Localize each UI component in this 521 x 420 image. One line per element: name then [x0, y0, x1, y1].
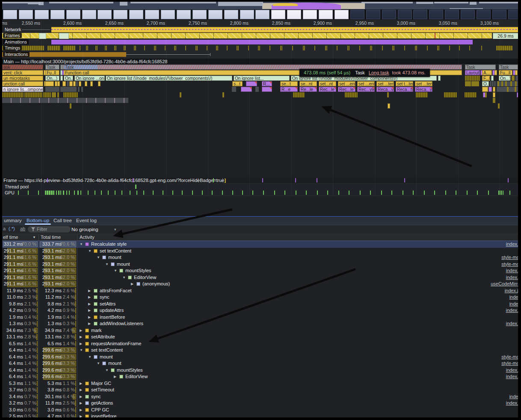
flame-bar[interactable]: [515, 70, 518, 75]
expand-open-icon[interactable]: ▼: [122, 274, 126, 281]
flame-bar[interactable]: R...: [262, 81, 272, 86]
sort-caret-icon[interactable]: ▼: [33, 234, 36, 241]
screenshot-thumbnail[interactable]: [287, 10, 301, 19]
flame-bar[interactable]: n ignore lis...omponents\/): [2, 87, 43, 92]
flame-bar[interactable]: [492, 81, 494, 86]
flame-bar[interactable]: Rec...le: [319, 87, 336, 92]
source-link[interactable]: index.js: [506, 400, 518, 407]
expand-closed-icon[interactable]: ▶: [88, 301, 91, 308]
expand-closed-icon[interactable]: ▶: [80, 394, 82, 400]
source-link[interactable]: style-mod: [501, 360, 518, 367]
track-animations[interactable]: Animations: [2, 39, 518, 45]
flame-bar[interactable]: [493, 87, 495, 92]
main-flame-chart[interactable]: askTaskTaskTaskTaskvent: clickFu..llFunc…: [2, 65, 518, 177]
flame-bar[interactable]: [510, 81, 512, 86]
flame-bar[interactable]: [345, 92, 358, 97]
flame-bar[interactable]: [43, 92, 51, 97]
table-row[interactable]: 291.1 ms61.6 %293.1 ms62.0 %▼mountStyles…: [2, 267, 518, 274]
expand-open-icon[interactable]: ▼: [105, 367, 109, 374]
track-interactions[interactable]: Interactions: [2, 51, 518, 59]
flame-bar[interactable]: [444, 92, 457, 97]
table-row[interactable]: 3.0 ms0.6 %3.0 ms0.6 %▶CPP GC: [2, 407, 518, 414]
flame-bar[interactable]: O...: [482, 81, 489, 86]
column-divider[interactable]: [38, 234, 39, 417]
flame-bar[interactable]: [515, 76, 518, 81]
regex-icon[interactable]: (.*): [9, 226, 15, 231]
flame-bar[interactable]: On ignore list...: [234, 76, 290, 81]
screenshot-thumbnail[interactable]: [445, 10, 459, 19]
screenshot-thumbnail[interactable]: [382, 10, 396, 19]
track-gpu[interactable]: GPU: [2, 190, 518, 196]
flame-bar[interactable]: [45, 81, 54, 86]
flame-bar[interactable]: On...): [499, 76, 511, 81]
expand-closed-icon[interactable]: ▶: [80, 327, 82, 334]
source-link[interactable]: index.js: [506, 274, 518, 281]
source-link[interactable]: index.js: [506, 267, 518, 274]
flame-bar[interactable]: F...l: [482, 76, 490, 81]
tab-event-log[interactable]: Event log: [74, 217, 98, 225]
flame-bar[interactable]: [493, 92, 495, 97]
overview-filmstrip[interactable]: [2, 9, 518, 20]
tooltip-long-task-link[interactable]: Long task: [366, 70, 389, 75]
expand-closed-icon[interactable]: ▶: [80, 341, 82, 347]
flame-bar[interactable]: [387, 92, 389, 97]
screenshot-thumbnail[interactable]: [508, 10, 518, 19]
flame-bar[interactable]: [76, 81, 78, 86]
flame-bar[interactable]: [490, 81, 491, 86]
tab-bottom-up[interactable]: Bottom-up: [25, 217, 51, 225]
table-row[interactable]: 3.2 ms0.7 %11.8 ms2.5 %▶getActionsindex.…: [2, 400, 518, 407]
tab-call-tree[interactable]: Call tree: [52, 217, 74, 225]
flame-bar[interactable]: [232, 87, 236, 92]
flame-bar[interactable]: On ignore ...onents\/): [74, 76, 105, 81]
flame-bar[interactable]: ask: [2, 65, 43, 70]
flame-bar[interactable]: [81, 87, 83, 92]
table-row[interactable]: 1.9 ms0.4 %1.9 ms0.4 %▶insertBefore: [2, 314, 518, 321]
expand-closed-icon[interactable]: ▶: [88, 314, 91, 321]
track-frames[interactable]: 26.9 ms Frames: [2, 32, 518, 39]
screenshot-thumbnail[interactable]: [82, 10, 96, 19]
flame-bar[interactable]: [255, 87, 259, 92]
screenshot-thumbnail[interactable]: [129, 10, 143, 19]
screenshot-thumbnail[interactable]: [50, 10, 65, 19]
flame-bar[interactable]: [517, 92, 518, 97]
table-row[interactable]: 291.1 ms61.6 %293.1 ms62.0 %▶(anonymous)…: [2, 281, 518, 288]
expand-open-icon[interactable]: ▼: [88, 354, 92, 361]
flame-bar[interactable]: [505, 81, 507, 86]
flame-bar[interactable]: unction call: [2, 81, 43, 86]
expand-closed-icon[interactable]: ▶: [80, 380, 82, 387]
screenshot-thumbnail[interactable]: [208, 10, 222, 19]
flame-bar[interactable]: s...t: [232, 81, 243, 86]
table-row[interactable]: 6.4 ms1.4 %299.6 ms63.3 %▼mountstyle-mod: [2, 360, 518, 367]
flame-bar[interactable]: Fu...ll: [499, 70, 512, 75]
expand-open-icon[interactable]: ▼: [80, 347, 83, 354]
track-timings[interactable]: Timings: [2, 45, 518, 52]
source-link[interactable]: useCodeMirror: [491, 281, 518, 288]
flame-bar[interactable]: [485, 92, 487, 97]
flame-bar[interactable]: set ...tent: [415, 81, 432, 86]
flame-bar[interactable]: [63, 92, 78, 97]
flame-bar[interactable]: set ...tent: [376, 81, 394, 86]
flame-bar[interactable]: [465, 76, 480, 81]
expand-open-icon[interactable]: ▼: [97, 254, 100, 261]
source-link[interactable]: style-mod: [501, 261, 518, 268]
flame-bar[interactable]: [438, 76, 441, 81]
flame-bar[interactable]: [512, 76, 515, 81]
track-thread-pool[interactable]: Thread pool: [2, 184, 518, 190]
screenshot-thumbnail[interactable]: [429, 10, 443, 19]
expand-closed-icon[interactable]: ▶: [88, 320, 91, 327]
source-link[interactable]: index.js: [506, 307, 518, 314]
table-row[interactable]: 291.1 ms61.6 %293.1 ms62.0 %▼mountstyle-…: [2, 261, 518, 268]
flame-bar[interactable]: [73, 81, 76, 86]
flame-bar[interactable]: [98, 81, 101, 86]
flame-bar[interactable]: [507, 87, 509, 92]
network-requests-bar[interactable]: [51, 27, 518, 32]
main-thread-header[interactable]: Main — http://localhost:3000/projects/bd…: [2, 59, 518, 65]
table-row[interactable]: 4.2 ms0.9 %4.2 ms0.9 %▶updateAttrsindex.…: [2, 307, 518, 314]
tab-ummary[interactable]: ummary: [2, 217, 24, 225]
table-row[interactable]: 1.3 ms0.3 %1.3 ms0.3 %▶addWindowListener…: [2, 320, 518, 327]
source-link[interactable]: index.: [509, 294, 518, 301]
source-link[interactable]: index.js: [506, 367, 518, 374]
animations-bar[interactable]: [51, 40, 473, 44]
expand-open-icon[interactable]: ▼: [97, 360, 100, 367]
whole-word-icon[interactable]: ab: [20, 226, 25, 231]
